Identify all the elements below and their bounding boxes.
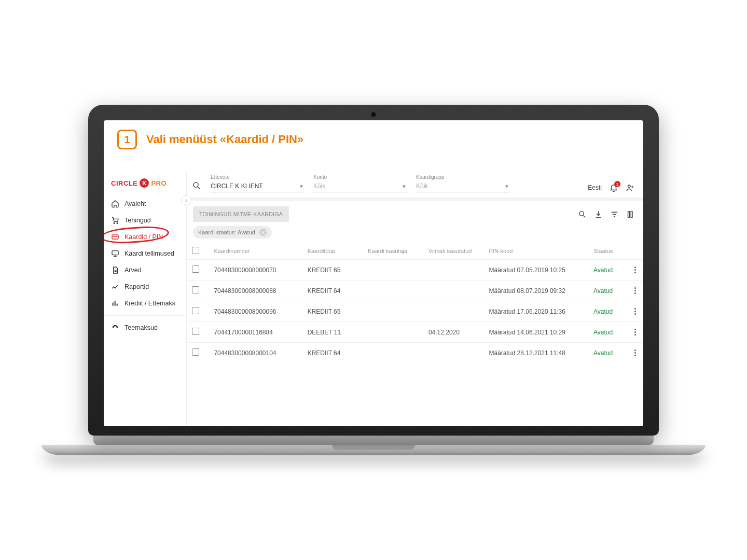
svg-rect-11 [631,211,632,217]
instruction-title: Vali menüüst «Kaardid / PIN» [146,133,303,146]
cell-user [363,281,423,301]
cell-status: Avatud [588,301,627,322]
cell-cardnum: 70441700000116884 [209,322,302,343]
monitor-icon [111,249,119,258]
col-user[interactable]: Kaardi kasutaja [363,243,423,260]
cell-status: Avatud [588,260,627,281]
download-icon[interactable] [594,210,603,219]
svg-rect-10 [628,211,630,217]
sidebar-item-tolls[interactable]: Teemaksud [104,320,186,335]
card-icon [111,233,119,241]
sidebar-item-label: Teemaksud [125,324,158,331]
sidebar-item-cards-pin[interactable]: Kaardid / PIN [104,229,186,245]
cell-lastused [423,343,484,363]
row-menu-icon[interactable] [632,267,638,273]
cell-cardtype: KREDIIT 65 [302,260,363,281]
row-checkbox[interactable] [192,348,199,356]
cell-status: Avatud [588,322,627,343]
camera-dot [371,112,376,117]
sidebar-item-transactions[interactable]: Tehingud [104,213,186,228]
cell-pin: Määratud 08.07.2019 09:32 [484,281,588,301]
cell-cardtype: KREDIIT 64 [302,281,363,301]
cell-cardtype: KREDIIT 64 [302,343,363,363]
cell-user [363,322,423,343]
cardgroup-select-value: Kõik [416,183,428,190]
laptop-hinge [93,436,654,445]
select-all-checkbox[interactable] [192,247,199,254]
sidebar-item-card-orders[interactable]: Kaardi tellimused [104,246,186,261]
table-row[interactable]: 704483000008000104KREDIIT 64Määratud 28.… [187,343,643,363]
bars-icon [111,299,119,307]
bulk-actions-button[interactable]: TOIMINGUD MITME KAARDIGA [193,206,289,222]
cell-lastused [423,260,484,281]
sidebar-item-home[interactable]: Avaleht [104,196,186,212]
col-status[interactable]: Staatus [588,243,627,260]
cell-pin: Määratud 07.05.2019 10:25 [484,260,588,281]
svg-point-8 [628,185,631,188]
home-icon [111,200,119,208]
cell-pin: Määratud 28.12.2021 11:48 [484,343,588,363]
table-row[interactable]: 704483000008000096KREDIIT 65Määratud 17.… [187,301,643,322]
instruction-banner: 1 Vali menüüst «Kaardid / PIN» [104,120,643,152]
sidebar-item-label: Raportid [125,283,149,290]
cart-icon [111,216,119,225]
trend-icon [111,283,119,291]
account-select-label: Konto [313,174,407,180]
filter-icon[interactable] [610,210,619,219]
table-row[interactable]: 704483000008000088KREDIIT 64Määratud 08.… [187,281,643,301]
cell-cardnum: 704483000008000088 [209,281,302,301]
row-checkbox[interactable] [192,286,199,293]
cell-pin: Määratud 14.06.2021 10:29 [484,322,588,343]
svg-rect-2 [112,235,118,239]
chevron-down-icon: ▼ [504,184,509,189]
svg-point-9 [579,211,584,216]
table-search-icon[interactable] [578,210,587,219]
account-icon[interactable] [626,183,635,192]
logo: CIRCLE K PRO [104,175,186,195]
app-container: CIRCLE K PRO ‹ Avaleht Tehingud [104,171,643,426]
row-checkbox[interactable] [192,328,199,335]
close-icon[interactable]: ✕ [259,229,267,236]
sidebar-item-label: Tehingud [125,217,151,224]
laptop-base [42,445,706,455]
logo-word1: CIRCLE [111,179,137,187]
col-cardtype[interactable]: Kaarditüüp [302,243,363,260]
row-checkbox[interactable] [192,307,199,314]
topbar: Ettevõte CIRCLE K KLIENT ▼ Konto Kõik [187,171,643,198]
cell-cardtype: DEEBET 11 [302,322,363,343]
svg-point-7 [193,183,198,187]
col-lastused[interactable]: Viimati kasutatud [423,243,484,260]
cell-cardnum: 704483000008000104 [209,343,302,363]
sidebar-item-credit[interactable]: Krediit / Ettemaks [104,296,186,311]
language-select[interactable]: Eesti [588,184,602,191]
table-row[interactable]: 704483000008000070KREDIIT 65Määratud 07.… [187,260,643,281]
sidebar-collapse-toggle[interactable]: ‹ [181,195,191,205]
step-badge: 1 [117,130,137,149]
row-menu-icon[interactable] [632,287,638,294]
cardgroup-select[interactable]: Kaardigrupp Kõik ▼ [416,174,509,192]
account-select-value: Kõik [313,183,325,190]
chevron-down-icon: ▼ [299,184,304,189]
account-select[interactable]: Konto Kõik ▼ [313,174,407,192]
filter-chip-status[interactable]: Kaardi staatus: Avatud ✕ [193,226,272,239]
table-row[interactable]: 70441700000116884DEEBET 1104.12.2020Määr… [187,322,643,343]
cell-user [363,343,423,363]
company-select[interactable]: Ettevõte CIRCLE K KLIENT ▼ [211,174,304,192]
col-pin[interactable]: PIN-kood [484,243,588,260]
sidebar-item-reports[interactable]: Raportid [104,279,186,295]
logo-k-circle: K [140,178,149,188]
cardgroup-select-label: Kaardigrupp [416,174,509,180]
sidebar-item-invoices[interactable]: Arved [104,262,186,278]
svg-rect-5 [115,301,116,306]
row-menu-icon[interactable] [632,349,638,356]
sidebar-item-label: Kaardi tellimused [125,250,174,257]
columns-icon[interactable] [626,210,635,219]
row-menu-icon[interactable] [632,329,638,335]
row-checkbox[interactable] [192,265,199,273]
company-select-label: Ettevõte [211,174,304,180]
notifications-button[interactable]: 1 [609,183,618,192]
col-cardnum[interactable]: Kaardinumber [209,243,302,260]
row-menu-icon[interactable] [632,308,638,315]
search-icon[interactable] [192,181,201,190]
notification-badge: 1 [614,181,620,187]
